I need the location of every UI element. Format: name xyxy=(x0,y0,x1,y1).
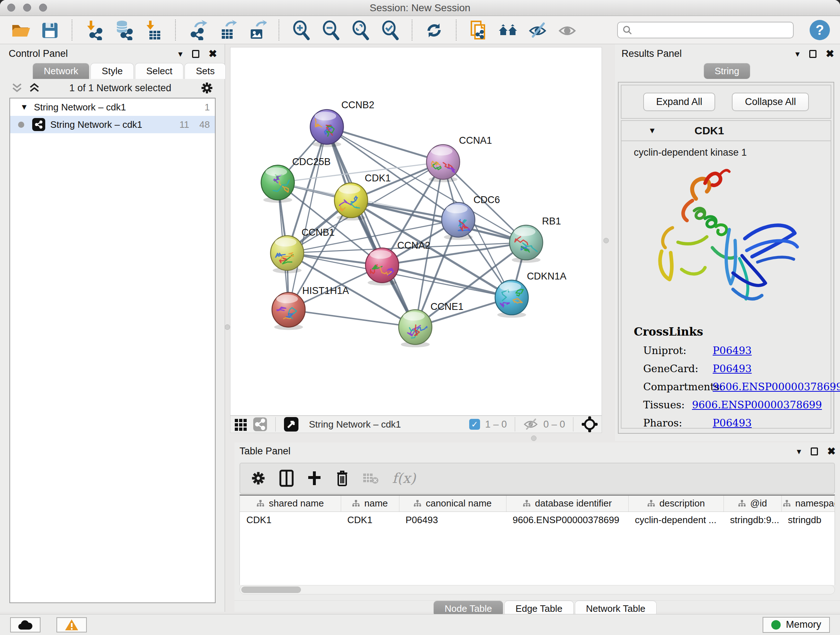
tab-style[interactable]: Style xyxy=(90,63,134,79)
edge-CCNB2-HIST1H1A[interactable] xyxy=(289,127,327,310)
zoom-selected-icon[interactable] xyxy=(380,19,400,41)
right-splitter-handle[interactable] xyxy=(603,238,609,243)
edge-CCNB2-CCNE1[interactable] xyxy=(327,127,415,327)
panel-close-icon[interactable]: ✖ xyxy=(827,445,836,457)
collection-expand-icon[interactable]: ▼ xyxy=(20,103,28,112)
node-CDC25B[interactable]: CDC25B xyxy=(261,157,331,203)
add-column-icon[interactable] xyxy=(307,470,322,486)
column-header-name[interactable]: name xyxy=(341,496,399,511)
collection-name: String Network – cdk1 xyxy=(34,102,126,113)
panel-float-icon[interactable] xyxy=(809,50,816,58)
crosslink-link[interactable]: P06493 xyxy=(713,417,752,429)
node-label-CCNB1: CCNB1 xyxy=(302,227,335,238)
panel-close-icon[interactable]: ✖ xyxy=(209,48,217,60)
table-hscrollbar-thumb[interactable] xyxy=(241,586,301,593)
warnings-button[interactable] xyxy=(57,617,87,632)
panel-close-icon[interactable]: ✖ xyxy=(826,48,834,60)
memory-button[interactable]: Memory xyxy=(763,617,830,633)
column-header--id[interactable]: @id xyxy=(723,496,782,511)
open-session-icon[interactable] xyxy=(10,19,30,41)
window-controls[interactable] xyxy=(7,4,47,11)
table-row[interactable]: CDK1CDK1P064939606.ENSP00000378699cyclin… xyxy=(240,511,835,528)
close-window-button[interactable] xyxy=(7,4,15,11)
edge-CCNB2-CCNA1[interactable] xyxy=(327,127,443,162)
node-RB1[interactable]: RB1 xyxy=(509,216,561,263)
collapse-all-networks-icon[interactable] xyxy=(11,82,23,93)
grid-view-icon[interactable] xyxy=(234,417,248,431)
panel-menu-icon[interactable]: ▾ xyxy=(797,447,801,456)
network-canvas[interactable]: CCNB2CCNA1CDC25BCDK1CDC6RB1CCNB1CCNA2CDK… xyxy=(230,47,602,416)
crosslink-link[interactable]: 9606.ENSP00000378699 xyxy=(692,399,822,411)
cloud-button[interactable] xyxy=(10,617,41,632)
crosslink-link[interactable]: P06493 xyxy=(713,363,752,375)
selected-checkbox-icon[interactable]: ✓ xyxy=(469,419,480,430)
save-session-icon[interactable] xyxy=(40,19,60,41)
import-table-file-icon[interactable] xyxy=(143,19,164,41)
tab-sets[interactable]: Sets xyxy=(185,63,226,79)
column-header-shared-name[interactable]: shared name xyxy=(240,496,341,511)
crosslink-link[interactable]: P06493 xyxy=(713,345,752,356)
network-graph[interactable]: CCNB2CCNA1CDC25BCDK1CDC6RB1CCNB1CCNA2CDK… xyxy=(231,48,602,415)
bottom-splitter-handle[interactable] xyxy=(531,435,537,441)
help-icon[interactable]: ? xyxy=(810,20,830,40)
expand-all-networks-icon[interactable] xyxy=(28,82,41,93)
collapse-all-button[interactable]: Collapse All xyxy=(732,93,809,111)
panel-menu-icon[interactable]: ▾ xyxy=(178,49,182,59)
export-network-icon[interactable] xyxy=(187,19,208,41)
eye-icon[interactable] xyxy=(557,19,577,41)
refresh-icon[interactable] xyxy=(424,19,444,41)
crosslink-link[interactable]: 9606.ENSP00000378699 xyxy=(713,381,840,393)
show-columns-icon[interactable] xyxy=(279,470,294,487)
node-CDK1[interactable]: CDK1 xyxy=(334,173,391,220)
node-CCNE1[interactable]: CCNE1 xyxy=(399,301,463,348)
column-header-namespace[interactable]: namespace xyxy=(782,496,835,511)
node-CCNA1[interactable]: CCNA1 xyxy=(426,135,492,182)
expand-all-button[interactable]: Expand All xyxy=(643,93,715,111)
panel-float-icon[interactable] xyxy=(811,448,818,455)
eye-slash-icon[interactable] xyxy=(527,19,548,41)
table-options-gear-icon[interactable] xyxy=(250,470,266,486)
clone-network-icon[interactable] xyxy=(468,19,488,41)
panel-menu-icon[interactable]: ▾ xyxy=(795,49,799,59)
export-table-icon[interactable] xyxy=(217,19,237,41)
control-panel: Control Panel ▾ ✖ NetworkStyleSelectSets… xyxy=(0,44,225,612)
tab-network[interactable]: Network xyxy=(33,63,89,79)
node-CDKN1A[interactable]: CDKN1A xyxy=(495,271,567,318)
zoom-fit-icon[interactable] xyxy=(350,19,370,41)
column-header-canonical-name[interactable]: canonical name xyxy=(399,496,506,511)
minimize-window-button[interactable] xyxy=(23,4,31,11)
tab-select[interactable]: Select xyxy=(135,63,183,79)
import-network-file-icon[interactable] xyxy=(84,19,104,41)
zoom-in-icon[interactable] xyxy=(291,19,311,41)
search-box[interactable] xyxy=(617,22,794,38)
network-options-gear-icon[interactable] xyxy=(200,81,214,95)
tab-string[interactable]: String xyxy=(704,63,751,79)
network-selected-status: 1 of 1 Network selected xyxy=(41,82,200,94)
cytoscape-window: Session: New Session xyxy=(0,0,840,635)
search-input[interactable] xyxy=(635,25,789,36)
column-header-database-identifier[interactable]: database identifier xyxy=(506,496,628,511)
panel-float-icon[interactable] xyxy=(192,50,199,58)
view-toolbar-separator xyxy=(275,417,276,432)
network-collection-row[interactable]: ▼ String Network – cdk1 1 xyxy=(10,98,215,116)
node-CCNB2[interactable]: CCNB2 xyxy=(310,100,374,147)
table-hscrollbar[interactable] xyxy=(240,585,835,594)
houses-icon[interactable] xyxy=(498,19,518,41)
node-HIST1H1A[interactable]: HIST1H1A xyxy=(272,285,349,330)
gene-section-header[interactable]: ▼ CDK1 xyxy=(622,121,831,141)
node-CCNB1[interactable]: CCNB1 xyxy=(271,227,335,273)
edge-HIST1H1A-CCNE1[interactable] xyxy=(289,310,415,327)
left-splitter-handle[interactable] xyxy=(225,325,230,330)
view-network-title: String Network – cdk1 xyxy=(309,419,464,430)
zoom-out-icon[interactable] xyxy=(321,19,341,41)
column-header-description[interactable]: description xyxy=(628,496,723,511)
delete-column-icon[interactable] xyxy=(335,470,349,487)
birdseye-view-icon[interactable] xyxy=(284,417,299,432)
export-image-icon[interactable] xyxy=(247,19,267,41)
reposition-crosshair-icon[interactable] xyxy=(581,416,598,432)
import-network-database-icon[interactable] xyxy=(114,19,134,41)
maximize-window-button[interactable] xyxy=(39,4,47,11)
network-view-share-icon[interactable] xyxy=(253,417,267,432)
gene-collapse-icon[interactable]: ▼ xyxy=(648,126,656,135)
network-row-selected[interactable]: String Network – cdk1 11 48 xyxy=(10,116,215,133)
